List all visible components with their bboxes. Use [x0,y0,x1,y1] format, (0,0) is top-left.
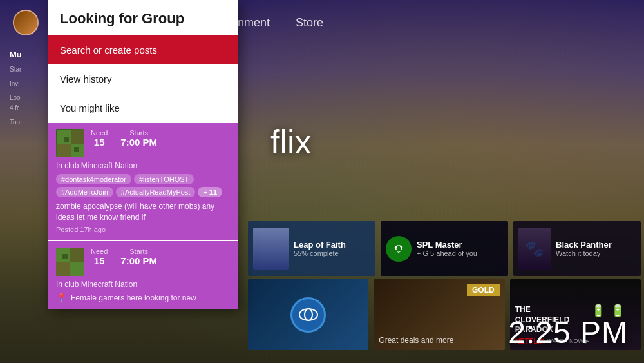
post-2-bottom: 📍 Female gamers here looking for new [56,293,231,303]
sidebar-left: Mu Star Invi Loo4 fr Tou [10,48,52,128]
nav-item-store[interactable]: Store [296,16,323,30]
svg-point-0 [392,242,405,255]
post-2-starts-value: 7:00 PM [120,255,157,266]
post-1-thumbnail [56,129,84,157]
sidebar-sub2: Invi [10,79,52,89]
post-1-time: Posted 17h ago [56,226,231,233]
post-1-header: Need 15 Starts 7:00 PM [56,129,231,157]
panther-info: Black Panther Watch it today [556,240,612,257]
menu-item-search-label: Search or create posts [60,44,157,55]
menu-item-youmightlike-label: You might like [60,103,120,113]
post-2-need-value: 15 [94,255,105,266]
post-2-info: Need 15 Starts 7:00 PM [91,248,231,268]
tag-1[interactable]: #dontask4moderator [56,174,131,184]
menu-item-youmightlike[interactable]: You might like [48,93,238,123]
post-1-need: Need 15 [91,129,108,148]
post-1-info: Need 15 Starts 7:00 PM [91,129,231,149]
post-1-starts-value: 7:00 PM [120,137,157,148]
post-2-starts-label: Starts [129,248,148,255]
menu-item-history[interactable]: View history [48,64,238,93]
gold-badge: GOLD [467,284,500,296]
tag-4[interactable]: #ActuallyReadMyPost [116,187,196,197]
svg-rect-14 [62,254,68,259]
tag-plus[interactable]: + 11 [198,187,222,197]
post-1-need-value: 15 [94,137,105,148]
svg-rect-7 [64,137,69,142]
leap-card[interactable]: Leap of Faith 55% complete [248,221,375,276]
minecraft-thumb [57,130,83,156]
post-1-club: In club Minecraft Nation [56,161,231,170]
avatar[interactable] [13,10,39,35]
gold-card[interactable]: GOLD Great deals and more [374,279,504,350]
panther-card[interactable]: 🐾 Black Panther Watch it today [513,221,641,276]
cbs-card[interactable] [248,279,368,350]
sidebar-sub3: Loo4 fr [10,93,52,113]
leap-title: Leap of Faith [294,240,346,250]
sidebar-title: Mu [10,48,52,62]
post-1-starts: Starts 7:00 PM [120,129,157,148]
spl-info: SPL Master + G 5 ahead of you [417,240,477,257]
menu-item-search[interactable]: Search or create posts [48,35,238,64]
svg-rect-10 [71,130,84,144]
post-2-need-label: Need [91,248,108,255]
sidebar-sub4: Tou [10,117,52,128]
svg-rect-16 [70,248,84,262]
clock: 2:25 PM [508,315,628,350]
post-2-bottom-text: Female gamers here looking for new [71,293,196,302]
dropdown-title: Looking for Group [60,10,227,27]
menu-item-history-label: View history [60,74,112,84]
tag-3[interactable]: #AddMeToJoin [56,187,113,197]
post-2-meta: Need 15 Starts 7:00 PM [91,248,231,266]
post-2-thumbnail [56,248,84,276]
post-1-description: zombie apocalypse (will have other mobs)… [56,201,231,223]
spl-sub: + G 5 ahead of you [417,250,477,257]
post-2[interactable]: Need 15 Starts 7:00 PM In club Minecraft… [48,241,238,309]
sidebar-left-content: Mu Star Invi Loo4 fr Tou [10,48,52,128]
svg-rect-15 [56,262,70,276]
spl-card[interactable]: SPL Master + G 5 ahead of you [381,221,508,276]
dropdown-header: Looking for Group [48,0,238,35]
panther-title: Black Panther [556,240,612,250]
svg-rect-13 [70,262,84,276]
post-2-club: In club Minecraft Nation [56,280,231,289]
tag-2[interactable]: #listenTOHOST [134,174,194,184]
svg-rect-9 [57,144,71,157]
looking-for-group-dropdown: Looking for Group Search or create posts… [48,0,238,309]
leap-thumbnail [253,228,289,270]
hero-title: flix [270,123,312,161]
mid-cards-row: Leap of Faith 55% complete SPL Master + … [248,221,641,276]
panther-sub: Watch it today [556,250,612,257]
sidebar-sub1: Star [10,64,52,75]
post-2-starts: Starts 7:00 PM [120,248,157,266]
post-2-need: Need 15 [91,248,108,266]
cbs-logo [290,297,326,333]
post-1[interactable]: Need 15 Starts 7:00 PM In club Minecraft… [48,123,238,241]
panther-thumbnail: 🐾 [518,228,551,270]
post-1-starts-label: Starts [129,129,148,137]
spl-title: SPL Master [417,240,477,250]
post-1-tags: #dontask4moderator #listenTOHOST #AddMeT… [56,174,231,197]
leap-info: Leap of Faith 55% complete [294,240,346,257]
post-1-meta: Need 15 Starts 7:00 PM [91,129,231,148]
leap-sub: 55% complete [294,250,346,257]
post-2-header: Need 15 Starts 7:00 PM [56,248,231,276]
location-icon: 📍 [56,293,67,303]
gold-sub: Great deals and more [379,336,499,345]
xbox-logo [386,236,412,262]
svg-rect-8 [74,147,79,152]
post-1-need-label: Need [91,129,108,137]
